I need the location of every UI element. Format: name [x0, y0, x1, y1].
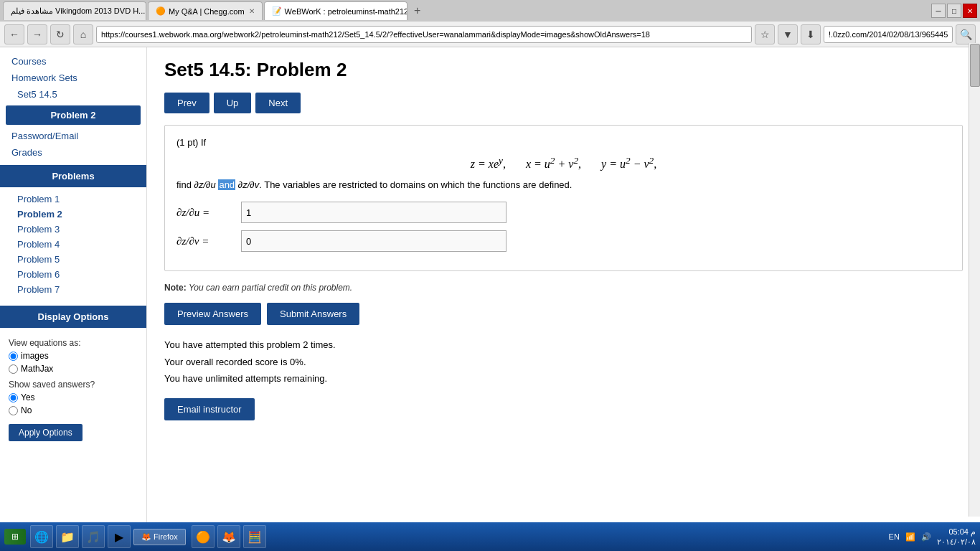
sidebar-problem-3[interactable]: Problem 3 — [0, 222, 146, 237]
radio-no[interactable] — [9, 406, 18, 415]
tab-3-icon: 📝 — [272, 6, 282, 16]
tab-1[interactable]: مشاهدة فيلم Vikingdom 2013 DVD H... ✕ — [3, 1, 146, 20]
taskbar-network-icon: 📶 — [905, 532, 915, 536]
taskbar-ie-icon[interactable]: 🌐 — [30, 525, 53, 535]
tab-2[interactable]: 🟠 My Q&A | Chegg.com ✕ — [148, 1, 263, 20]
windows-icon: ⊞ — [11, 532, 19, 535]
display-options-body: View equations as: images MathJax Show s… — [0, 332, 146, 447]
main-content: Set5 14.5: Problem 2 Prev Up Next (1 pt)… — [147, 47, 980, 535]
radio-yes-item[interactable]: Yes — [9, 392, 138, 402]
radio-mathjax[interactable] — [9, 364, 18, 374]
next-button[interactable]: Next — [255, 93, 301, 113]
answer-input-du[interactable] — [241, 202, 507, 223]
taskbar-firefox-app[interactable]: 🦊 Firefox — [133, 529, 186, 536]
home-button[interactable]: ⌂ — [73, 24, 93, 44]
radio-images-item[interactable]: images — [9, 351, 138, 361]
action-buttons: Preview Answers Submit Answers — [164, 303, 963, 325]
show-saved-group: Show saved answers? Yes No — [9, 380, 138, 415]
note-label: Note: — [164, 283, 187, 293]
address-bar[interactable] — [96, 26, 752, 43]
sidebar-problem-7[interactable]: Problem 7 — [0, 282, 146, 297]
taskbar-calc-icon[interactable]: 🧮 — [243, 525, 266, 535]
taskbar-sound-icon: 🔊 — [921, 532, 931, 536]
search-button[interactable]: 🔍 — [956, 24, 976, 44]
taskbar-media-icon[interactable]: 🎵 — [82, 525, 105, 535]
sidebar-courses[interactable]: Courses — [0, 53, 146, 70]
note-text: Note: You can earn partial credit on thi… — [164, 283, 963, 293]
radio-mathjax-item[interactable]: MathJax — [9, 364, 138, 374]
page-container: Courses Homework Sets Set5 14.5 Problem … — [0, 47, 980, 535]
download-button[interactable]: ⬇ — [801, 24, 821, 44]
answer-row-dv: ∂z/∂v = — [176, 230, 951, 252]
tab-2-label: My Q&A | Chegg.com — [169, 7, 245, 16]
attempt-info: You have attempted this problem 2 times.… — [164, 336, 963, 387]
sidebar-grades[interactable]: Grades — [0, 144, 146, 161]
taskbar-firefox-icon[interactable]: 🦊 — [217, 525, 240, 535]
view-equations-label: View equations as: — [9, 338, 138, 348]
taskbar-arrow-icon[interactable]: ▶ — [108, 525, 131, 535]
radio-images[interactable] — [9, 352, 18, 361]
answer-label-du: ∂z/∂u = — [176, 207, 241, 219]
problem-description: find ∂z/∂u and ∂z/∂v. The variables are … — [176, 178, 951, 193]
taskbar-right: EN 📶 🔊 05:04 م ٢٠١٤/٠٢/٠٨ — [889, 527, 976, 535]
sidebar-password-email[interactable]: Password/Email — [0, 128, 146, 144]
bookmark-button[interactable]: ☆ — [755, 24, 775, 44]
highlighted-and: and — [218, 179, 235, 190]
reload-button[interactable]: ↻ — [50, 24, 70, 44]
taskbar-lang: EN — [889, 532, 900, 535]
problem-box: (1 pt) If z = xey, x = u2 + v2, y = u2 −… — [164, 125, 963, 271]
sidebar-problem-4[interactable]: Problem 4 — [0, 237, 146, 252]
taskbar: ⊞ 🌐 📁 🎵 ▶ 🦊 Firefox 🟠 🦊 🧮 EN 📶 🔊 05:04 م… — [0, 522, 980, 535]
taskbar-chrome-icon[interactable]: 🟠 — [192, 525, 215, 535]
tab-2-close[interactable]: ✕ — [249, 7, 255, 15]
problems-header[interactable]: Problems — [0, 165, 146, 187]
note-body: You can earn partial credit on this prob… — [189, 283, 352, 293]
minimize-button[interactable]: ─ — [931, 4, 946, 18]
tab-3-label: WeBWorK : petroleuminst-math212 : ... — [285, 7, 407, 16]
scrollbar[interactable] — [969, 43, 980, 517]
sidebar-homework-sets[interactable]: Homework Sets — [0, 70, 146, 86]
taskbar-time: 05:04 م — [937, 527, 976, 535]
forward-button[interactable]: → — [27, 24, 47, 44]
answer-input-dv[interactable] — [241, 230, 507, 252]
back-button[interactable]: ← — [4, 24, 24, 44]
search-bar[interactable] — [824, 26, 953, 43]
radio-images-label: images — [21, 351, 49, 361]
sidebar-problem-5[interactable]: Problem 5 — [0, 252, 146, 267]
apply-options-button[interactable]: Apply Options — [9, 424, 83, 441]
sidebar-problem-6[interactable]: Problem 6 — [0, 267, 146, 282]
nav-bar: ← → ↻ ⌂ ☆ ▼ ⬇ 🔍 — [0, 22, 980, 47]
scrollbar-thumb[interactable] — [970, 44, 980, 87]
radio-no-item[interactable]: No — [9, 405, 138, 415]
radio-yes[interactable] — [9, 393, 18, 402]
up-button[interactable]: Up — [214, 93, 252, 113]
taskbar-clock: 05:04 م ٢٠١٤/٠٢/٠٨ — [937, 527, 976, 535]
tab-bar: مشاهدة فيلم Vikingdom 2013 DVD H... ✕ 🟠 … — [0, 0, 980, 22]
nav-buttons: Prev Up Next — [164, 93, 963, 113]
answer-row-du: ∂z/∂u = — [176, 202, 951, 223]
bookmark-list-button[interactable]: ▼ — [778, 24, 798, 44]
attempt-line-2: Your overall recorded score is 0%. — [164, 354, 963, 370]
view-equations-group: View equations as: images MathJax — [9, 338, 138, 374]
problem-points: (1 pt) If — [176, 137, 951, 148]
preview-answers-button[interactable]: Preview Answers — [164, 303, 261, 325]
radio-no-label: No — [21, 405, 32, 415]
attempt-line-1: You have attempted this problem 2 times. — [164, 336, 963, 353]
attempt-line-3: You have unlimited attempts remaining. — [164, 370, 963, 387]
maximize-button[interactable]: □ — [947, 4, 961, 18]
taskbar-folder-icon[interactable]: 📁 — [56, 525, 79, 535]
sidebar-problem-2[interactable]: Problem 2 — [0, 207, 146, 222]
show-saved-label: Show saved answers? — [9, 380, 138, 390]
new-tab-button[interactable]: + — [409, 2, 426, 19]
email-instructor-button[interactable]: Email instructor — [164, 398, 255, 420]
start-button[interactable]: ⊞ — [4, 529, 26, 535]
tab-3[interactable]: 📝 WeBWorK : petroleuminst-math212 : ... … — [264, 1, 407, 20]
sidebar-problem-1[interactable]: Problem 1 — [0, 192, 146, 207]
prev-button[interactable]: Prev — [164, 93, 209, 113]
sidebar-problem2-active[interactable]: Problem 2 — [6, 105, 141, 125]
sidebar-set5[interactable]: Set5 14.5 — [0, 86, 146, 103]
close-button[interactable]: ✕ — [963, 4, 977, 18]
taskbar-right-icons: 🟠 🦊 🧮 — [192, 525, 266, 535]
sidebar: Courses Homework Sets Set5 14.5 Problem … — [0, 47, 147, 535]
submit-answers-button[interactable]: Submit Answers — [267, 303, 359, 325]
